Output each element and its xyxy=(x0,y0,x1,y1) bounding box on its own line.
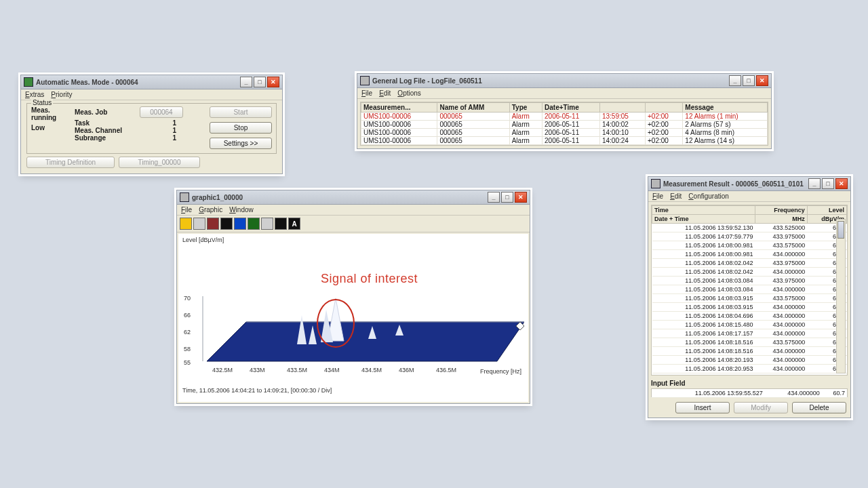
settings-button[interactable]: Settings >> xyxy=(210,138,272,149)
table-row[interactable]: UMS100-00006000065Alarm2006-05-1114:00:2… xyxy=(361,137,768,145)
table-cell: 12 Alarms (14 s) xyxy=(683,137,768,145)
table-row[interactable]: 11.05.2006 14:08:00.981433.57500061.7 xyxy=(652,241,847,250)
table-row[interactable]: 11.05.2006 14:08:21.674434.00000060.2 xyxy=(652,373,847,376)
table-row[interactable]: 11.05.2006 14:08:02.042434.00000062.1 xyxy=(652,268,847,277)
log-col-header[interactable]: Measuremen... xyxy=(361,103,437,113)
modify-button[interactable]: Modify xyxy=(734,402,788,413)
result-col-header-top[interactable]: Level xyxy=(807,206,846,215)
toolbar-btn-3[interactable] xyxy=(207,218,219,230)
result-scrollbar[interactable] xyxy=(836,219,846,373)
graphic-plot-area[interactable]: Level [dBµV/m] 70 66 62 58 55 Signal xyxy=(178,234,528,402)
table-cell: 11.05.2006 14:08:03.084 xyxy=(652,277,755,285)
task-value: 1 xyxy=(136,119,176,127)
table-row[interactable]: 11.05.2006 14:08:03.084434.00000063.1 xyxy=(652,285,847,294)
result-maximize-button[interactable]: □ xyxy=(822,178,834,189)
auto-status-leftcol: Meas. running Low xyxy=(31,106,69,149)
table-cell: 13:59:05 xyxy=(599,113,645,121)
graphic-menu-graphic[interactable]: Graphic xyxy=(199,206,222,214)
result-input-table: 11.05.2006 13:59:55.527434.00000060.7 xyxy=(651,388,848,398)
result-table[interactable]: TimeFrequencyLevel Date + TimeMHzdBµV/m … xyxy=(652,205,847,375)
start-button[interactable]: Start xyxy=(210,106,272,118)
graphic-minimize-button[interactable]: _ xyxy=(488,192,500,203)
result-input-row[interactable]: 11.05.2006 13:59:55.527434.00000060.7 xyxy=(652,389,848,398)
toolbar-btn-1[interactable] xyxy=(180,218,192,230)
graphic-close-button[interactable]: ✕ xyxy=(515,192,527,203)
table-cell: 000065 xyxy=(437,121,509,129)
stop-button[interactable]: Stop xyxy=(210,122,272,134)
table-row[interactable]: 11.05.2006 14:08:20.193434.00000061.4 xyxy=(652,356,847,365)
toolbar-btn-8[interactable] xyxy=(275,218,287,230)
log-menu-file[interactable]: File xyxy=(361,89,372,97)
table-row[interactable]: 11.05.2006 14:08:03.084433.97500061.5 xyxy=(652,277,847,285)
meas-job-label: Meas. Job xyxy=(75,108,136,116)
result-menu-configuration[interactable]: Configuration xyxy=(688,192,729,200)
graphic-maximize-button[interactable]: □ xyxy=(501,192,513,203)
input-cell[interactable]: 60.7 xyxy=(822,389,848,398)
log-col-header[interactable]: Name of AMM xyxy=(437,103,509,113)
log-col-header[interactable] xyxy=(599,103,645,113)
menu-priority[interactable]: Priority xyxy=(51,91,72,98)
table-row[interactable]: 11.05.2006 14:08:02.042433.97500061.3 xyxy=(652,259,847,268)
result-titlebar[interactable]: Measurement Result - 000065_060511_0101 … xyxy=(648,177,850,191)
table-row[interactable]: 11.05.2006 13:59:52.130433.52500060.5 xyxy=(652,224,847,232)
log-maximize-button[interactable]: □ xyxy=(743,75,755,86)
minimize-button[interactable]: _ xyxy=(240,77,252,87)
toolbar-btn-7[interactable] xyxy=(261,218,273,230)
graphic-menu-file[interactable]: File xyxy=(181,206,192,214)
log-col-header[interactable]: Message xyxy=(683,103,768,113)
graphic-titlebar[interactable]: graphic1_00000 _ □ ✕ xyxy=(177,190,530,205)
table-row[interactable]: 11.05.2006 14:08:17.157434.00000060.7 xyxy=(652,329,847,338)
channel-value: 1 xyxy=(136,127,176,134)
log-table[interactable]: Measuremen...Name of AMMTypeDate+TimeMes… xyxy=(361,102,768,145)
table-row[interactable]: UMS100-00006000065Alarm2006-05-1114:00:0… xyxy=(361,121,768,129)
table-row[interactable]: 11.05.2006 14:07:59.779433.97500060.6 xyxy=(652,232,847,241)
result-table-head-1: TimeFrequencyLevel xyxy=(652,206,847,215)
table-row[interactable]: 11.05.2006 14:08:03.915434.00000062.0 xyxy=(652,303,847,312)
table-row[interactable]: 11.05.2006 14:08:15.480434.00000061.1 xyxy=(652,321,847,329)
table-row[interactable]: 11.05.2006 14:08:18.516434.00000060.3 xyxy=(652,347,847,356)
graphic-menu-window[interactable]: Window xyxy=(229,206,254,214)
close-button[interactable]: ✕ xyxy=(267,77,279,87)
log-col-header[interactable]: Date+Time xyxy=(542,103,600,113)
input-cell[interactable]: 11.05.2006 13:59:55.527 xyxy=(652,389,765,398)
maximize-button[interactable]: □ xyxy=(254,77,266,87)
auto-title: Automatic Meas. Mode - 000064 xyxy=(36,79,239,86)
table-row[interactable]: 11.05.2006 14:08:20.953434.00000060.7 xyxy=(652,365,847,373)
log-col-header[interactable] xyxy=(646,103,683,113)
toolbar-btn-2[interactable] xyxy=(193,218,205,230)
result-col-header-top[interactable]: Time xyxy=(652,206,755,215)
auto-titlebar[interactable]: Automatic Meas. Mode - 000064 _ □ ✕ xyxy=(21,75,282,89)
table-cell: +02:00 xyxy=(646,129,683,137)
toolbar-btn-6[interactable] xyxy=(248,218,260,230)
toolbar-btn-4[interactable] xyxy=(220,218,233,230)
table-row[interactable]: 11.05.2006 14:08:18.516433.57500060.6 xyxy=(652,338,847,347)
timing-def-button: Timing Definition xyxy=(26,157,115,168)
table-row[interactable]: 11.05.2006 14:08:04.696434.00000060.4 xyxy=(652,312,847,321)
table-cell: 433.975000 xyxy=(755,277,807,285)
log-col-header[interactable]: Type xyxy=(509,103,542,113)
log-minimize-button[interactable]: _ xyxy=(729,75,741,86)
insert-button[interactable]: Insert xyxy=(675,402,730,413)
toolbar-btn-A[interactable]: A xyxy=(288,218,300,230)
plot-svg xyxy=(185,234,524,396)
table-row[interactable]: 11.05.2006 14:08:03.915433.57500062.1 xyxy=(652,294,847,303)
table-cell: 11.05.2006 14:08:18.516 xyxy=(652,347,755,356)
result-col-header-top[interactable]: Frequency xyxy=(755,206,807,215)
toolbar-btn-5[interactable] xyxy=(234,218,246,230)
log-menu-options[interactable]: Options xyxy=(397,89,420,97)
table-row[interactable]: UMS100-00006000065Alarm2006-05-1113:59:0… xyxy=(361,113,768,121)
input-cell[interactable]: 434.000000 xyxy=(765,389,822,398)
delete-button[interactable]: Delete xyxy=(792,402,846,413)
table-row[interactable]: UMS100-00006000065Alarm2006-05-1114:00:1… xyxy=(361,129,768,137)
log-titlebar[interactable]: General Log File - LogFile_060511 _ □ ✕ xyxy=(357,74,771,88)
log-menu-edit[interactable]: Edit xyxy=(379,89,391,97)
result-close-button[interactable]: ✕ xyxy=(835,178,848,189)
plot-xtick-3: 434M xyxy=(324,367,340,373)
table-row[interactable]: 11.05.2006 14:08:00.981434.00000062.0 xyxy=(652,250,847,259)
result-menu-file[interactable]: File xyxy=(652,192,663,200)
result-menu-edit[interactable]: Edit xyxy=(670,192,682,200)
result-minimize-button[interactable]: _ xyxy=(808,178,821,189)
log-close-button[interactable]: ✕ xyxy=(756,75,768,86)
result-scroll-thumb[interactable] xyxy=(837,221,844,239)
menu-extras[interactable]: EExtrasxtras xyxy=(25,91,44,98)
